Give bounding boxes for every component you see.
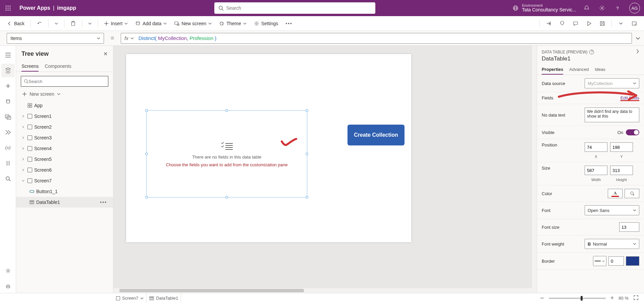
app-icon — [28, 103, 32, 108]
nodata-text-input[interactable]: We didn't find any data to show at this — [585, 107, 639, 122]
svg-point-9 — [219, 6, 222, 9]
button-control-icon — [30, 189, 34, 194]
virtual-agent-rail-icon[interactable] — [1, 279, 15, 293]
border-width-input[interactable] — [608, 256, 624, 266]
prop-label-fields: Fields — [542, 95, 582, 100]
user-avatar[interactable]: AG — [629, 3, 640, 13]
property-selector[interactable]: Items — [7, 33, 104, 44]
position-x-input[interactable] — [585, 142, 607, 152]
zoom-in-icon[interactable]: + — [610, 295, 614, 302]
search-input[interactable] — [226, 5, 371, 11]
advanced-tools-rail-icon[interactable] — [1, 157, 15, 170]
props-tab-properties[interactable]: Properties — [542, 65, 563, 75]
svg-point-18 — [136, 21, 140, 23]
zoom-slider[interactable] — [549, 298, 606, 299]
canvas-vertical-scrollbar[interactable] — [532, 46, 537, 293]
settings-button[interactable]: Settings — [251, 19, 281, 28]
canvas-horizontal-scrollbar[interactable] — [113, 288, 532, 293]
tree-item-screen3[interactable]: Screen3 — [16, 132, 113, 143]
notifications-icon[interactable] — [579, 0, 594, 16]
save-dropdown-icon[interactable] — [615, 18, 627, 29]
power-automate-rail-icon[interactable] — [1, 126, 15, 139]
fill-color-picker[interactable] — [625, 189, 639, 198]
border-color-swatch[interactable] — [626, 256, 639, 266]
screen-artboard[interactable]: There are no fields in this data table C… — [126, 54, 411, 242]
datatable-control[interactable]: There are no fields in this data table C… — [146, 110, 307, 198]
paste-button[interactable] — [68, 19, 78, 28]
data-rail-icon[interactable] — [1, 95, 15, 108]
new-screen-button[interactable]: New screen — [171, 19, 214, 28]
props-tab-advanced[interactable]: Advanced — [569, 65, 589, 75]
svg-rect-16 — [71, 22, 75, 26]
tree-close-icon[interactable]: ✕ — [103, 51, 108, 57]
props-collapse-icon[interactable] — [636, 49, 639, 55]
canvas[interactable]: There are no fields in this data table C… — [113, 46, 537, 293]
edit-fields-link[interactable]: Edit fields — [621, 95, 639, 100]
comments-icon[interactable] — [570, 18, 581, 29]
help-icon[interactable]: ? — [610, 0, 625, 16]
tree-item-app[interactable]: App — [16, 100, 113, 111]
global-search[interactable] — [214, 2, 375, 14]
create-collection-button[interactable]: Create Collection — [347, 125, 405, 145]
font-color-picker[interactable]: A — [608, 189, 623, 198]
tree-item-button1-1[interactable]: Button1_1 — [16, 186, 113, 197]
tree-item-more-icon[interactable]: ••• — [100, 200, 107, 205]
undo-button[interactable] — [34, 19, 45, 28]
paste-dropdown[interactable] — [86, 21, 94, 26]
border-style-dropdown[interactable] — [593, 256, 606, 266]
prop-label-font: Font — [542, 208, 582, 213]
tree-item-screen7[interactable]: Screen7 — [16, 175, 113, 186]
info-icon[interactable]: ? — [589, 50, 594, 54]
new-screen-action[interactable]: New screen — [16, 89, 113, 99]
app-checker-icon[interactable] — [556, 18, 568, 29]
hamburger-icon[interactable] — [1, 48, 15, 62]
save-icon[interactable] — [597, 18, 608, 29]
undo-dropdown[interactable] — [52, 21, 61, 26]
position-y-input[interactable] — [610, 142, 633, 152]
media-rail-icon[interactable] — [1, 110, 15, 124]
size-height-input[interactable] — [610, 166, 633, 175]
formula-input[interactable]: fx Distinct( MyCollection, Profession ) — [121, 33, 632, 44]
tree-item-screen5[interactable]: Screen5 — [16, 154, 113, 165]
theme-button[interactable]: Theme — [216, 19, 249, 28]
tab-components[interactable]: Components — [45, 61, 71, 72]
variables-rail-icon[interactable]: (x) — [1, 141, 15, 155]
size-width-input[interactable] — [585, 166, 607, 175]
tree-item-screen6[interactable]: Screen6 — [16, 165, 113, 175]
tree-search[interactable] — [21, 76, 108, 87]
tree-view-icon[interactable] — [1, 64, 15, 77]
breadcrumb-screen[interactable]: Screen7 — [113, 293, 147, 303]
fit-to-window-icon[interactable] — [633, 295, 639, 301]
environment-picker[interactable]: Environment Tata Consultancy Servic... — [510, 3, 579, 12]
fontweight-dropdown[interactable]: BNormal — [585, 239, 639, 249]
back-button[interactable]: Back — [4, 19, 27, 28]
zoom-out-icon[interactable]: − — [540, 294, 544, 302]
settings-gear-icon[interactable] — [594, 0, 610, 16]
tab-screens[interactable]: Screens — [21, 61, 39, 72]
tree-item-screen4[interactable]: Screen4 — [16, 143, 113, 154]
share-icon[interactable] — [543, 18, 554, 29]
svg-point-22 — [221, 23, 221, 23]
fontsize-input[interactable] — [619, 222, 639, 232]
app-launcher-icon[interactable] — [0, 5, 16, 11]
tree-item-datatable1[interactable]: DataTable1 ••• — [16, 197, 113, 208]
publish-icon[interactable] — [629, 18, 640, 29]
insert-rail-icon[interactable] — [1, 79, 15, 93]
preview-play-icon[interactable] — [583, 18, 595, 29]
tree-item-screen1[interactable]: Screen1 — [16, 111, 113, 122]
breadcrumb-control[interactable]: DataTable1 — [147, 293, 181, 303]
add-data-button[interactable]: Add data — [132, 19, 169, 28]
tree-view-title: Tree view — [21, 50, 49, 57]
settings-rail-icon[interactable] — [1, 264, 15, 277]
insert-button[interactable]: Insert — [101, 19, 130, 28]
overflow-button[interactable]: ••• — [283, 19, 295, 28]
props-tab-ideas[interactable]: Ideas — [595, 65, 605, 75]
data-source-dropdown[interactable]: MyCollection — [585, 78, 639, 88]
equals-sign: = — [104, 35, 121, 42]
formula-expand-icon[interactable] — [632, 37, 644, 40]
search-rail-icon[interactable] — [1, 172, 15, 185]
font-dropdown[interactable]: Open Sans — [585, 205, 639, 215]
visible-toggle[interactable] — [626, 129, 639, 135]
svg-point-6 — [6, 10, 7, 11]
tree-item-screen2[interactable]: Screen2 — [16, 122, 113, 132]
